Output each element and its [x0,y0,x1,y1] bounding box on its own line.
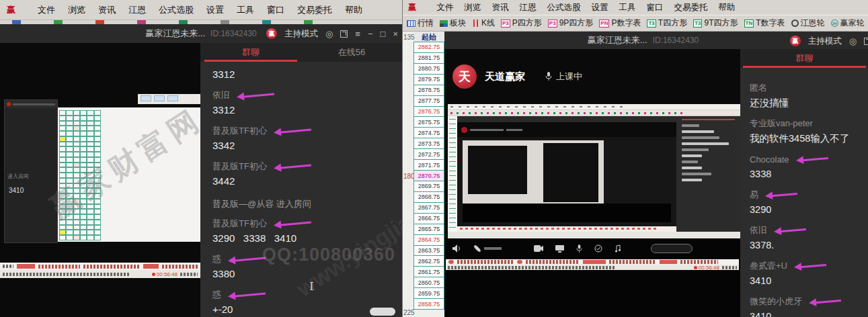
toolbar-label: 9P四方形 [559,17,594,29]
app-logo-glyph: 赢 [408,2,417,13]
conference-title: 赢家江恩未来... [145,28,205,38]
annotation-arrow-icon [765,189,798,200]
annotation-arrow-icon [273,218,311,230]
toolbar-label: 板块 [450,17,466,29]
toolbar-item-9T四方形[interactable]: T39T四方形 [693,17,738,29]
tab-群聊[interactable]: 群聊 [200,43,301,62]
right-app-window: 赢 文件浏览资讯江恩公式选股设置工具窗口交易委托帮助 行情板块K线P3P四方形P… [402,0,868,317]
P3-icon: P3 [548,19,557,28]
menu-icon[interactable]: ≡ [355,29,360,39]
menu-item-窗口[interactable]: 窗口 [267,4,284,16]
speaker-icon[interactable] [452,244,461,253]
menu-item-窗口[interactable]: 窗口 [647,2,664,13]
price-cell: 2865.75 [413,224,444,235]
menu-item-交易委托[interactable]: 交易委托 [674,2,708,13]
menu-item-浏览[interactable]: 浏览 [465,2,481,13]
toolbar-item-9P四方形[interactable]: P39P四方形 [548,17,593,29]
mini-black-strip [463,203,671,222]
menu-item-交易委托[interactable]: 交易委托 [297,4,332,16]
conference-title: 赢家江恩未来... [588,35,647,45]
check-icon[interactable] [594,244,602,253]
message-text: 3290 3338 3410 [212,231,390,246]
tab-group-chat[interactable]: 群聊 [740,49,868,68]
menu-item-浏览[interactable]: 浏览 [68,4,85,16]
menu-item-设置[interactable]: 设置 [206,4,224,16]
room-logo-icon: 天 [452,64,477,89]
toolbar-item-K线[interactable]: K线 [472,17,495,29]
mini-status-strip [457,226,676,232]
right-conference-titlebar: 赢家江恩未来...ID:16342430 赢 主持模式 ◎ [444,32,868,49]
camera-icon[interactable] [534,245,543,252]
menu-item-设置[interactable]: 设置 [592,2,608,13]
message-text: 3378. [750,238,859,253]
room-status: 上课中 [556,71,582,83]
toolbar-item-板块[interactable]: 板块 [440,17,466,29]
price-cell: 2882.75 [413,42,444,53]
price-cell: 2866.75 [413,213,444,224]
menu-item-工具[interactable]: 工具 [237,4,254,16]
music-icon[interactable] [615,244,621,253]
message-text: +-20 [212,302,390,317]
toolbar-item-行情[interactable]: 行情 [407,17,434,29]
message-nickname: 微笑的小虎牙 [750,296,802,308]
app-logo-glyph: 赢 [7,4,15,16]
close-icon[interactable]: × [393,29,398,39]
mic-icon[interactable] [576,244,582,253]
message-nickname: Chocolate [750,154,789,165]
chat-message: 匿名还没搞懂 [750,81,859,110]
message-text: 3312 [212,67,390,82]
toolbar-item-P四方形[interactable]: P3P四方形 [501,17,542,29]
conference-control-bar [452,242,735,255]
menu-item-公式选股[interactable]: 公式选股 [159,4,194,16]
toolbar-item-T数字表[interactable]: TNT数字表 [744,17,785,29]
toolbar-item-赢家轮[interactable]: 34赢家轮 [831,17,865,29]
price-cell: 2876.75 [413,106,444,118]
chat-message: Chocolate3338 [750,152,859,181]
minimize-icon[interactable]: − [368,29,373,39]
tab-在线56[interactable]: 在线56 [301,43,402,62]
menu-item-江恩[interactable]: 江恩 [128,4,146,16]
menu-item-江恩[interactable]: 江恩 [520,2,537,13]
toolbar-item-P数字表[interactable]: PNP数字表 [599,17,641,29]
chat-message-list: 3312依旧3312普及版TF初心3342普及版TF初心3442普及版—@从容 … [200,62,402,317]
raise-hand-button[interactable] [651,244,693,253]
menu-item-文件[interactable]: 文件 [437,2,454,13]
record-icon[interactable]: ◎ [325,29,333,39]
mini-logo-icon [461,127,467,133]
menu-item-资讯[interactable]: 资讯 [492,2,509,13]
menu-item-工具[interactable]: 工具 [619,2,636,13]
mini-chat-value: 3410 [5,181,57,199]
left-menu-bar: 赢 文件浏览资讯江恩公式选股设置工具窗口交易委托帮助 [0,0,402,20]
message-nickname: 依旧 [212,89,230,101]
annotation-arrow-icon [273,161,311,173]
price-cell: 2880.75 [413,63,444,75]
chat-message: 3312 [212,67,390,82]
row-label: 225 [403,309,413,316]
message-nickname: 叁贰壹+U [750,260,787,272]
record-dot-icon [694,266,697,269]
menu-item-文件[interactable]: 文件 [38,4,55,16]
menu-item-帮助[interactable]: 帮助 [719,2,736,13]
chat-message: 易3290 [750,187,859,217]
chat-message: 惑3380 [212,252,390,281]
room-header: 天 天道赢家 上课中 [444,49,740,104]
message-nickname: 普及版TF初心 [212,218,267,230]
toolbar-item-江恩轮[interactable]: 江恩轮 [791,17,825,29]
screen-icon[interactable] [555,245,564,253]
toolbar-item-T四方形[interactable]: T3T四方形 [647,17,687,29]
mic-icon [545,72,552,81]
maximize-icon[interactable]: □ [381,29,386,39]
menu-item-资讯[interactable]: 资讯 [98,4,116,16]
chat-scroll-thumb[interactable] [370,308,395,316]
popout-icon[interactable] [340,30,348,38]
chat-message: 依旧3378. [750,223,859,253]
price-cell: 2870.75 [413,170,444,181]
session-timer: 00:56:48 [152,271,177,277]
popout-icon[interactable] [864,38,868,45]
record-icon[interactable]: ◎ [849,36,857,46]
host-mode-label: 主持模式 [808,36,842,47]
menu-item-帮助[interactable]: 帮助 [345,4,362,16]
phone-icon[interactable] [473,244,502,253]
menu-item-公式选股[interactable]: 公式选股 [547,2,581,13]
mini-nested-app [463,140,604,208]
